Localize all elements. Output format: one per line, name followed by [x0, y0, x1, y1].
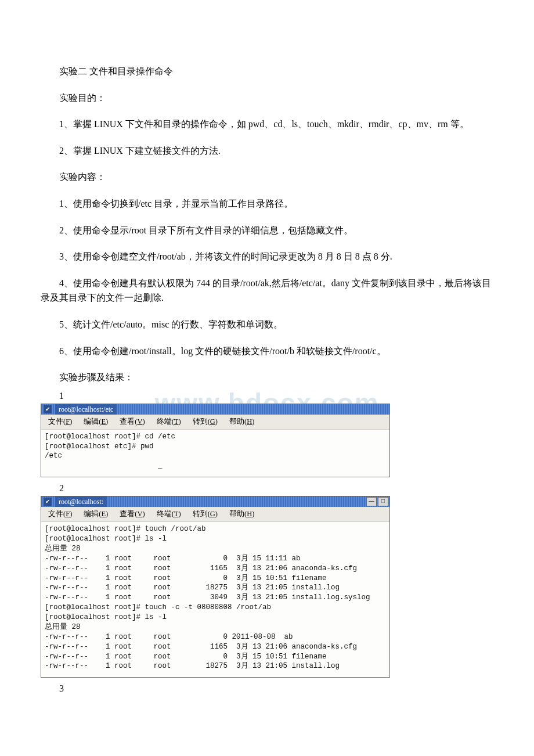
terminal2-title-host: root@localhost: — [59, 498, 103, 506]
maximize-button[interactable]: □ — [378, 497, 388, 506]
terminal2-body[interactable]: [root@localhost root]# touch /root/ab [r… — [41, 522, 389, 677]
terminal1-title: root@localhost:/etc — [55, 404, 117, 415]
menu-go[interactable]: 转到(G) — [188, 508, 225, 520]
menu-file[interactable]: 文件(F) — [44, 508, 79, 520]
purpose-heading: 实验目的： — [41, 91, 493, 106]
menu-terminal[interactable]: 终端(T) — [152, 416, 188, 428]
menu-terminal[interactable]: 终端(T) — [152, 508, 188, 520]
menu-edit[interactable]: 编辑(E) — [79, 508, 115, 520]
menu-help[interactable]: 帮助(H) — [225, 416, 261, 428]
window-buttons: — □ — [366, 497, 388, 506]
content-item-1: 1、使用命令切换到/etc 目录，并显示当前工作目录路径。 — [41, 196, 493, 211]
content-item-3: 3、使用命令创建空文件/root/ab，并将该文件的时间记录更改为 8 月 8 … — [41, 249, 493, 264]
menu-file-label: 文件 — [48, 510, 63, 518]
menu-view-label: 查看 — [120, 417, 135, 426]
menu-go[interactable]: 转到(G) — [188, 416, 225, 428]
menu-go-label: 转到 — [193, 510, 208, 518]
menu-help-key: H — [247, 510, 252, 518]
purpose-item-1: 1、掌握 LINUX 下文件和目录的操作命令，如 pwd、cd、ls、touch… — [41, 117, 493, 132]
terminal-window-2: ✔ root@localhost: — □ 文件(F) 编辑(E) 查看(V) … — [41, 496, 390, 678]
terminal1-titlebar[interactable]: ✔ root@localhost:/etc — [41, 404, 389, 415]
terminal1-title-host: root@localhost: — [59, 405, 103, 413]
menu-help-label: 帮助 — [229, 417, 244, 426]
content-heading: 实验内容： — [41, 170, 493, 185]
menu-view[interactable]: 查看(V) — [115, 416, 151, 428]
terminal-window-1: ✔ root@localhost:/etc 文件(F) 编辑(E) 查看(V) … — [41, 404, 390, 478]
content-item-4: 4、使用命令创建具有默认权限为 744 的目录/root/ak,然后将/etc/… — [41, 276, 493, 305]
terminal2-titlebar[interactable]: ✔ root@localhost: — □ — [41, 496, 389, 507]
menu-edit-key: E — [101, 510, 106, 518]
menu-go-label: 转到 — [193, 417, 208, 426]
window-badge-icon: ✔ — [44, 405, 52, 413]
menu-edit-label: 编辑 — [84, 510, 99, 518]
terminal1-title-path: /etc — [103, 405, 113, 413]
menu-term-key: T — [174, 510, 179, 518]
menu-view-key: V — [137, 417, 142, 426]
step-number-3: 3 — [41, 683, 493, 694]
menu-view-label: 查看 — [120, 510, 135, 518]
terminal1-body[interactable]: [root@localhost root]# cd /etc [root@loc… — [41, 430, 389, 477]
menu-view[interactable]: 查看(V) — [115, 508, 151, 520]
menu-term-label: 终端 — [157, 510, 172, 518]
terminal1-menubar: 文件(F) 编辑(E) 查看(V) 终端(T) 转到(G) 帮助(H) — [41, 415, 389, 430]
content-item-6: 6、使用命令创建/root/install。log 文件的硬链接文件/root/… — [41, 344, 493, 359]
window-badge-icon: ✔ — [44, 498, 52, 506]
purpose-item-2: 2、掌握 LINUX 下建立链接文件的方法. — [41, 143, 493, 159]
menu-edit-key: E — [101, 417, 106, 426]
menu-file[interactable]: 文件(F) — [44, 416, 79, 428]
steps-heading: 实验步骤及结果： — [41, 370, 493, 385]
content-item-2: 2、使用命令显示/root 目录下所有文件目录的详细信息，包括隐藏文件。 — [41, 223, 493, 238]
content-item-5: 5、统计文件/etc/auto。misc 的行数、字符数和单词数。 — [41, 317, 493, 332]
menu-help[interactable]: 帮助(H) — [225, 508, 261, 520]
menu-go-key: G — [210, 510, 215, 518]
menu-help-label: 帮助 — [229, 510, 244, 518]
menu-term-label: 终端 — [157, 417, 172, 426]
doc-title: 实验二 文件和目录操作命令 — [41, 64, 493, 79]
step-number-1: 1 — [41, 391, 493, 401]
terminal2-title: root@localhost: — [55, 496, 107, 507]
menu-view-key: V — [137, 510, 142, 518]
menu-file-label: 文件 — [48, 417, 63, 426]
menu-file-key: F — [66, 510, 70, 518]
menu-help-key: H — [247, 417, 252, 426]
step-number-2: 2 — [41, 483, 493, 494]
terminal2-menubar: 文件(F) 编辑(E) 查看(V) 终端(T) 转到(G) 帮助(H) — [41, 507, 389, 522]
menu-file-key: F — [66, 417, 70, 426]
menu-edit[interactable]: 编辑(E) — [79, 416, 115, 428]
menu-term-key: T — [174, 417, 179, 426]
menu-go-key: G — [210, 417, 215, 426]
minimize-button[interactable]: — — [366, 497, 377, 506]
menu-edit-label: 编辑 — [84, 417, 99, 426]
